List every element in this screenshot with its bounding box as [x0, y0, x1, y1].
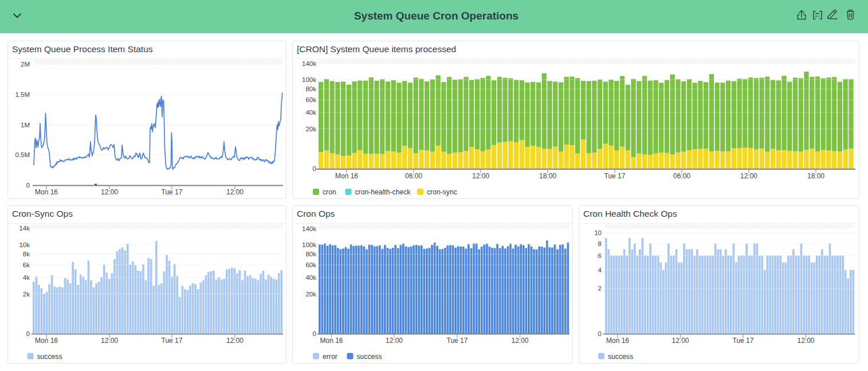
svg-text:Mon 16: Mon 16 — [335, 172, 358, 180]
svg-text:12:00: 12:00 — [101, 188, 118, 196]
svg-text:140k: 140k — [302, 225, 316, 232]
svg-text:0: 0 — [313, 165, 316, 172]
svg-text:2: 2 — [598, 285, 602, 292]
svg-text:10: 10 — [594, 229, 602, 236]
svg-text:12:00: 12:00 — [740, 172, 757, 180]
svg-text:8: 8 — [598, 240, 602, 247]
svg-text:100k: 100k — [302, 76, 316, 83]
svg-text:18:00: 18:00 — [539, 172, 556, 180]
svg-text:60k: 60k — [305, 96, 316, 103]
svg-text:80k: 80k — [305, 251, 316, 257]
svg-text:12:00: 12:00 — [386, 337, 403, 345]
svg-text:0: 0 — [598, 330, 602, 337]
svg-text:100k: 100k — [302, 241, 316, 248]
svg-text:80k: 80k — [305, 85, 316, 92]
svg-text:Mon 16: Mon 16 — [35, 337, 58, 345]
svg-text:0: 0 — [26, 330, 30, 337]
svg-text:12:00: 12:00 — [101, 337, 118, 345]
svg-text:12:00: 12:00 — [226, 188, 243, 196]
svg-text:Tue 17: Tue 17 — [604, 172, 626, 180]
svg-text:4: 4 — [598, 267, 602, 274]
svg-text:cron-sync: cron-sync — [427, 188, 457, 196]
svg-text:40k: 40k — [305, 274, 316, 281]
svg-text:60k: 60k — [305, 261, 316, 268]
svg-text:12:00: 12:00 — [226, 337, 243, 345]
svg-text:40k: 40k — [305, 109, 316, 116]
svg-text:18:00: 18:00 — [807, 172, 824, 180]
svg-text:Mon 16: Mon 16 — [320, 337, 343, 345]
svg-text:140k: 140k — [302, 60, 316, 67]
svg-text:6: 6 — [598, 252, 602, 259]
svg-text:success: success — [357, 353, 382, 361]
svg-text:14k: 14k — [19, 225, 30, 232]
svg-text:20k: 20k — [305, 126, 316, 132]
svg-text:error: error — [323, 353, 337, 361]
svg-text:2M: 2M — [21, 61, 30, 68]
svg-text:cron-health-check: cron-health-check — [355, 188, 411, 196]
svg-text:12:00: 12:00 — [671, 337, 689, 345]
svg-text:Tue 17: Tue 17 — [733, 337, 754, 345]
svg-text:06:00: 06:00 — [673, 172, 690, 180]
svg-text:12:00: 12:00 — [797, 337, 814, 345]
svg-text:06:00: 06:00 — [405, 172, 422, 180]
svg-text:8k: 8k — [23, 251, 30, 257]
svg-text:4k: 4k — [23, 274, 30, 281]
svg-text:success: success — [608, 353, 633, 361]
svg-text:Tue 17: Tue 17 — [162, 188, 183, 196]
svg-text:12:00: 12:00 — [511, 337, 528, 345]
svg-text:Tue 17: Tue 17 — [447, 337, 468, 345]
svg-text:0.5M: 0.5M — [15, 151, 30, 158]
svg-text:6k: 6k — [23, 261, 30, 268]
svg-text:0: 0 — [313, 330, 316, 337]
svg-text:1.5M: 1.5M — [15, 91, 30, 98]
svg-text:success: success — [37, 353, 62, 361]
svg-text:1M: 1M — [21, 122, 30, 128]
svg-text:20k: 20k — [305, 291, 316, 298]
svg-text:12:00: 12:00 — [472, 172, 489, 180]
svg-text:Mon 16: Mon 16 — [35, 188, 58, 196]
svg-text:2k: 2k — [23, 291, 30, 298]
svg-text:10k: 10k — [19, 241, 30, 248]
svg-text:cron: cron — [323, 188, 336, 196]
svg-text:0: 0 — [26, 182, 30, 189]
svg-text:Mon 16: Mon 16 — [606, 337, 629, 345]
svg-text:Tue 17: Tue 17 — [162, 337, 183, 345]
